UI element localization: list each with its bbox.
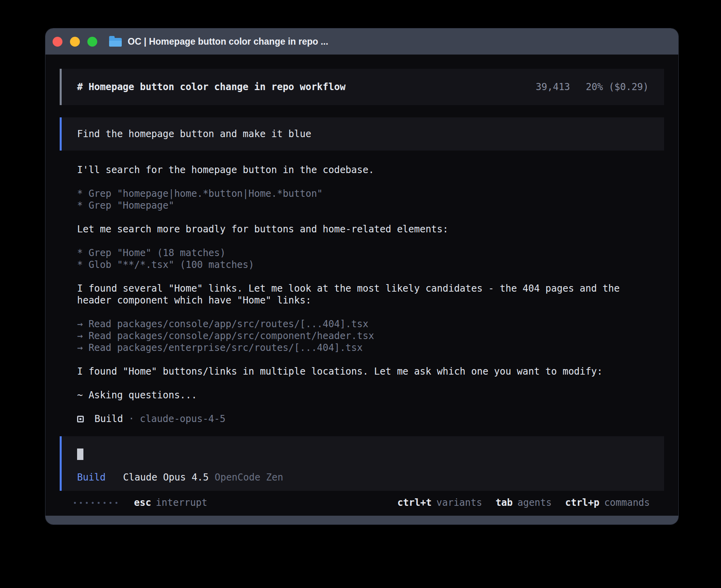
agent-build-icon bbox=[77, 416, 84, 422]
terminal-body: # Homepage button color change in repo w… bbox=[45, 55, 678, 509]
variants-label: variants bbox=[436, 497, 482, 508]
commands-label: commands bbox=[604, 497, 650, 508]
minimize-button[interactable] bbox=[70, 37, 80, 47]
tool-call-grep[interactable]: * Grep "homepage|home.*button|Home.*butt… bbox=[77, 188, 647, 200]
tool-call-read[interactable]: → Read packages/enterprise/src/routes/[.… bbox=[77, 342, 647, 354]
session-meta: 39,413 20% ($0.29) bbox=[536, 81, 649, 92]
assistant-text: I'll search for the homepage button in t… bbox=[77, 164, 647, 176]
activity-dots bbox=[74, 502, 117, 504]
shortcut-agents[interactable]: tab agents bbox=[496, 497, 552, 508]
status-bar: esc interrupt ctrl+t variants tab agents… bbox=[60, 496, 664, 509]
tool-call-grep[interactable]: * Grep "Homepage" bbox=[77, 200, 647, 211]
assistant-status: ~ Asking questions... bbox=[77, 389, 647, 401]
zoom-button[interactable] bbox=[87, 37, 97, 47]
input-line[interactable] bbox=[77, 449, 649, 460]
user-message: Find the homepage button and make it blu… bbox=[60, 117, 664, 151]
assistant-text: I found "Home" buttons/links in multiple… bbox=[77, 366, 647, 377]
agent-model-id: claude-opus-4-5 bbox=[140, 413, 226, 425]
esc-key: esc bbox=[134, 497, 151, 508]
window-title: OC | Homepage button color change in rep… bbox=[128, 36, 328, 47]
token-count: 39,413 bbox=[536, 81, 570, 92]
assistant-paragraph: I'll search for the homepage button in t… bbox=[77, 164, 647, 176]
folder-icon bbox=[109, 38, 122, 47]
text-cursor bbox=[77, 449, 83, 460]
esc-label: interrupt bbox=[156, 497, 207, 508]
traffic-lights bbox=[53, 37, 97, 47]
asking-questions-status: ~ Asking questions... bbox=[77, 389, 647, 401]
tool-call-group: * Grep "Home" (18 matches) * Glob "**/*.… bbox=[77, 247, 647, 271]
tool-call-glob[interactable]: * Glob "**/*.tsx" (100 matches) bbox=[77, 259, 647, 271]
shortcut-commands[interactable]: ctrl+p commands bbox=[565, 497, 650, 508]
assistant-paragraph: I found several "Home" links. Let me loo… bbox=[77, 283, 647, 306]
user-message-text: Find the homepage button and make it blu… bbox=[77, 128, 311, 139]
title-group: OC | Homepage button color change in rep… bbox=[109, 36, 328, 47]
input-provider-name: OpenCode Zen bbox=[215, 472, 283, 483]
tool-call-group: → Read packages/console/app/src/routes/[… bbox=[77, 318, 647, 354]
terminal-window: OC | Homepage button color change in rep… bbox=[45, 28, 678, 524]
conversation-transcript: I'll search for the homepage button in t… bbox=[77, 164, 647, 425]
tool-call-grep[interactable]: * Grep "Home" (18 matches) bbox=[77, 247, 647, 259]
tool-call-read[interactable]: → Read packages/console/app/src/componen… bbox=[77, 330, 647, 342]
shortcut-list: ctrl+t variants tab agents ctrl+p comman… bbox=[397, 497, 650, 508]
agents-label: agents bbox=[517, 497, 552, 508]
input-footer: Build Claude Opus 4.5 OpenCode Zen bbox=[77, 472, 649, 483]
assistant-text: I found several "Home" links. Let me loo… bbox=[77, 283, 647, 306]
shortcut-variants[interactable]: ctrl+t variants bbox=[397, 497, 482, 508]
agent-name: Build bbox=[94, 413, 123, 425]
prompt-input[interactable]: Build Claude Opus 4.5 OpenCode Zen bbox=[60, 436, 664, 491]
ctrl-t-key: ctrl+t bbox=[397, 497, 432, 508]
tool-call-read[interactable]: → Read packages/console/app/src/routes/[… bbox=[77, 318, 647, 330]
ctrl-p-key: ctrl+p bbox=[565, 497, 600, 508]
tool-call-group: * Grep "homepage|home.*button|Home.*butt… bbox=[77, 188, 647, 211]
assistant-text: Let me search more broadly for buttons a… bbox=[77, 223, 647, 235]
window-bottom-edge bbox=[45, 516, 678, 524]
assistant-paragraph: Let me search more broadly for buttons a… bbox=[77, 223, 647, 235]
session-title: # Homepage button color change in repo w… bbox=[77, 81, 345, 92]
separator-dot: · bbox=[128, 413, 134, 425]
input-model-name[interactable]: Claude Opus 4.5 bbox=[123, 472, 209, 483]
agent-status-line: Build · claude-opus-4-5 bbox=[77, 413, 647, 425]
context-usage: 20% ($0.29) bbox=[586, 81, 649, 92]
shortcut-interrupt[interactable]: esc interrupt bbox=[134, 497, 207, 508]
tab-key: tab bbox=[496, 497, 513, 508]
close-button[interactable] bbox=[53, 37, 62, 47]
session-header: # Homepage button color change in repo w… bbox=[60, 69, 664, 105]
input-agent-mode[interactable]: Build bbox=[77, 472, 106, 483]
assistant-paragraph: I found "Home" buttons/links in multiple… bbox=[77, 366, 647, 377]
window-titlebar[interactable]: OC | Homepage button color change in rep… bbox=[45, 28, 678, 55]
